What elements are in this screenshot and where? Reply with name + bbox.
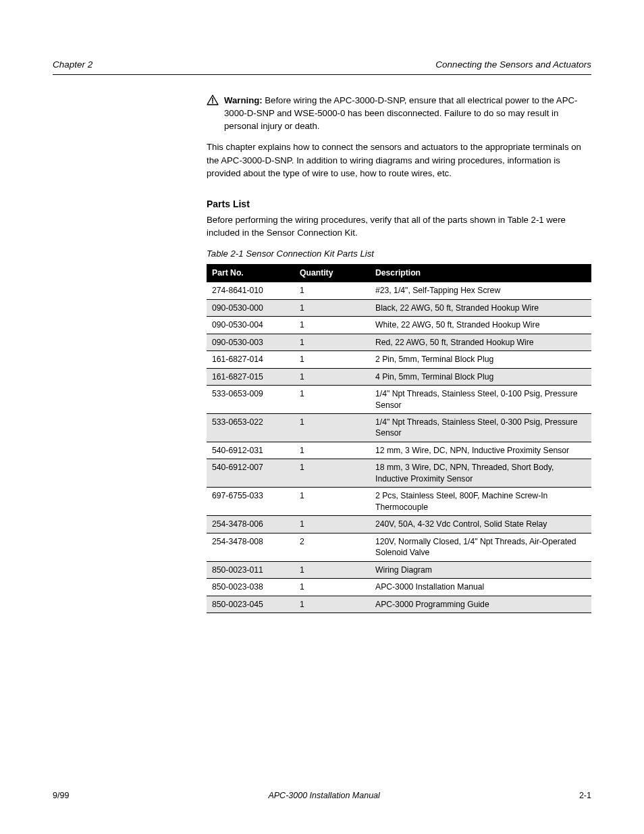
table-row: 533-0653-02211/4" Npt Threads, Stainless… bbox=[207, 414, 591, 442]
cell-part-no: 850-0023-011 bbox=[207, 561, 294, 578]
cell-quantity: 1 bbox=[294, 579, 370, 596]
cell-description: 1/4" Npt Threads, Stainless Steel, 0-300… bbox=[370, 414, 591, 442]
table-row: 540-6912-031112 mm, 3 Wire, DC, NPN, Ind… bbox=[207, 442, 591, 459]
cell-part-no: 540-6912-007 bbox=[207, 459, 294, 488]
cell-description: APC-3000 Installation Manual bbox=[370, 579, 591, 596]
cell-quantity: 1 bbox=[294, 596, 370, 613]
table-row: 161-6827-01514 Pin, 5mm, Terminal Block … bbox=[207, 368, 591, 385]
svg-point-2 bbox=[212, 102, 213, 103]
table-row: 274-8641-0101#23, 1/4", Self-Tapping Hex… bbox=[207, 282, 591, 299]
cell-part-no: 090-0530-000 bbox=[207, 299, 294, 316]
table-row: 161-6827-01412 Pin, 5mm, Terminal Block … bbox=[207, 351, 591, 368]
cell-quantity: 1 bbox=[294, 442, 370, 459]
cell-description: 120V, Normally Closed, 1/4" Npt Threads,… bbox=[370, 533, 591, 561]
cell-quantity: 1 bbox=[294, 368, 370, 385]
table-row: 697-6755-03312 Pcs, Stainless Steel, 800… bbox=[207, 488, 591, 516]
cell-part-no: 254-3478-006 bbox=[207, 516, 294, 533]
cell-description: Red, 22 AWG, 50 ft, Stranded Hookup Wire bbox=[370, 334, 591, 350]
cell-part-no: 090-0530-004 bbox=[207, 317, 294, 334]
cell-quantity: 1 bbox=[294, 317, 370, 334]
cell-quantity: 1 bbox=[294, 386, 370, 414]
table-row: 533-0653-00911/4" Npt Threads, Stainless… bbox=[207, 386, 591, 414]
warning-text-block: Warning: Before wiring the APC-3000-D-SN… bbox=[224, 94, 591, 132]
footer-date: 9/99 bbox=[53, 791, 69, 800]
cell-quantity: 1 bbox=[294, 561, 370, 578]
cell-part-no: 533-0653-022 bbox=[207, 414, 294, 442]
cell-part-no: 254-3478-008 bbox=[207, 533, 294, 561]
cell-quantity: 1 bbox=[294, 351, 370, 368]
cell-quantity: 1 bbox=[294, 414, 370, 442]
cell-description: #23, 1/4", Self-Tapping Hex Screw bbox=[370, 282, 591, 299]
warning-body: Before wiring the APC-3000-D-SNP, ensure… bbox=[224, 95, 577, 131]
table-row: 850-0023-0451APC-3000 Programming Guide bbox=[207, 596, 591, 613]
table-row: 254-3478-0082120V, Normally Closed, 1/4"… bbox=[207, 533, 591, 561]
table-row: 850-0023-0111Wiring Diagram bbox=[207, 561, 591, 578]
cell-part-no: 090-0530-003 bbox=[207, 334, 294, 350]
cell-quantity: 2 bbox=[294, 533, 370, 561]
cell-description: 2 Pin, 5mm, Terminal Block Plug bbox=[370, 351, 591, 368]
cell-description: Black, 22 AWG, 50 ft, Stranded Hookup Wi… bbox=[370, 299, 591, 316]
cell-description: White, 22 AWG, 50 ft, Stranded Hookup Wi… bbox=[370, 317, 591, 334]
col-quantity: Quantity bbox=[294, 264, 370, 282]
header-chapter: Chapter 2 bbox=[53, 59, 92, 70]
cell-quantity: 1 bbox=[294, 334, 370, 350]
cell-description: 12 mm, 3 Wire, DC, NPN, Inductive Proxim… bbox=[370, 442, 591, 459]
header-divider bbox=[53, 74, 591, 75]
table-header-row: Part No. Quantity Description bbox=[207, 264, 591, 282]
page-footer: 9/99 APC-3000 Installation Manual 2-1 bbox=[53, 791, 591, 800]
footer-page-number: 2-1 bbox=[579, 791, 591, 800]
col-part-no: Part No. bbox=[207, 264, 294, 282]
cell-part-no: 540-6912-031 bbox=[207, 442, 294, 459]
cell-description: 2 Pcs, Stainless Steel, 800F, Machine Sc… bbox=[370, 488, 591, 516]
cell-part-no: 697-6755-033 bbox=[207, 488, 294, 516]
cell-quantity: 1 bbox=[294, 516, 370, 533]
table-row: 090-0530-0041White, 22 AWG, 50 ft, Stran… bbox=[207, 317, 591, 334]
header-title: Connecting the Sensors and Actuators bbox=[435, 59, 591, 70]
cell-quantity: 1 bbox=[294, 282, 370, 299]
table-row: 850-0023-0381APC-3000 Installation Manua… bbox=[207, 579, 591, 596]
parts-table: Part No. Quantity Description 274-8641-0… bbox=[207, 264, 591, 613]
cell-part-no: 274-8641-010 bbox=[207, 282, 294, 299]
parts-list-heading: Parts List bbox=[207, 199, 591, 209]
table-caption: Table 2-1 Sensor Connection Kit Parts Li… bbox=[207, 247, 591, 260]
table-row: 090-0530-0031Red, 22 AWG, 50 ft, Strande… bbox=[207, 334, 591, 350]
overview-paragraph: This chapter explains how to connect the… bbox=[207, 140, 591, 179]
cell-quantity: 1 bbox=[294, 488, 370, 516]
col-description: Description bbox=[370, 264, 591, 282]
cell-description: 1/4" Npt Threads, Stainless Steel, 0-100… bbox=[370, 386, 591, 414]
parts-list-intro: Before performing the wiring procedures,… bbox=[207, 213, 591, 239]
cell-part-no: 533-0653-009 bbox=[207, 386, 294, 414]
cell-description: APC-3000 Programming Guide bbox=[370, 596, 591, 613]
warning-label: Warning: bbox=[224, 95, 263, 105]
cell-part-no: 850-0023-038 bbox=[207, 579, 294, 596]
cell-description: 4 Pin, 5mm, Terminal Block Plug bbox=[370, 368, 591, 385]
warning-icon bbox=[207, 95, 219, 108]
cell-quantity: 1 bbox=[294, 299, 370, 316]
cell-description: Wiring Diagram bbox=[370, 561, 591, 578]
footer-manual-title: APC-3000 Installation Manual bbox=[268, 791, 379, 800]
cell-description: 18 mm, 3 Wire, DC, NPN, Threaded, Short … bbox=[370, 459, 591, 488]
table-row: 254-3478-0061240V, 50A, 4-32 Vdc Control… bbox=[207, 516, 591, 533]
cell-part-no: 850-0023-045 bbox=[207, 596, 294, 613]
cell-description: 240V, 50A, 4-32 Vdc Control, Solid State… bbox=[370, 516, 591, 533]
cell-quantity: 1 bbox=[294, 459, 370, 488]
table-row: 090-0530-0001Black, 22 AWG, 50 ft, Stran… bbox=[207, 299, 591, 316]
table-row: 540-6912-007118 mm, 3 Wire, DC, NPN, Thr… bbox=[207, 459, 591, 488]
cell-part-no: 161-6827-015 bbox=[207, 368, 294, 385]
cell-part-no: 161-6827-014 bbox=[207, 351, 294, 368]
